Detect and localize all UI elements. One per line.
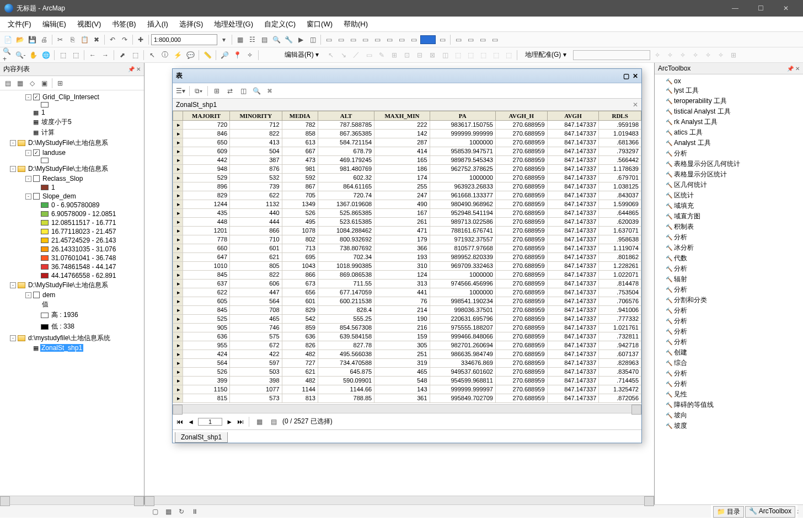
goto-xy-icon[interactable]: ✧: [244, 50, 255, 61]
cell[interactable]: 270.688959: [495, 130, 547, 138]
cell[interactable]: 802: [282, 235, 318, 244]
cell[interactable]: 1.022071: [599, 271, 641, 280]
column-header[interactable]: PA: [430, 111, 495, 121]
toc-node[interactable]: 16.77118023 - 21.457: [0, 227, 144, 236]
cell[interactable]: 270.688959: [495, 209, 547, 218]
cell[interactable]: 650: [183, 138, 230, 147]
toc-label[interactable]: 44.14766558 - 62.891: [50, 272, 117, 280]
cell[interactable]: 986635.984749: [430, 350, 495, 359]
toc-label[interactable]: 6.90578009 - 12.0851: [50, 210, 117, 218]
cell[interactable]: 847.147337: [547, 271, 599, 280]
dropdown-icon[interactable]: ▾: [218, 34, 229, 45]
cell[interactable]: 711.55: [318, 280, 374, 288]
cell[interactable]: 193: [374, 253, 430, 262]
cell[interactable]: 422: [230, 350, 282, 359]
cell[interactable]: 186: [374, 165, 430, 174]
search-icon[interactable]: 🔍: [271, 34, 282, 45]
misc-icon[interactable]: ▭: [453, 34, 464, 45]
toolbox-item[interactable]: 区几何统计: [656, 180, 802, 190]
cell[interactable]: 958539.947571: [430, 147, 495, 156]
table-grid[interactable]: MAJORITMINORITYMEDIAALTMAXH_MINPAAVGH_HA…: [173, 111, 641, 404]
cell[interactable]: 962752.378625: [430, 165, 495, 174]
cell[interactable]: 788.85: [318, 394, 374, 403]
editor-tb-icon[interactable]: ▦: [234, 34, 245, 45]
toc-label[interactable]: landuse: [41, 149, 67, 157]
toc-node[interactable]: -dem: [0, 291, 144, 299]
cell[interactable]: 847.147337: [547, 350, 599, 359]
cell[interactable]: 447: [230, 288, 282, 297]
misc-icon[interactable]: ▭: [372, 34, 383, 45]
cell[interactable]: 974566.456996: [430, 280, 495, 288]
row-header[interactable]: ▸: [173, 368, 183, 377]
full-extent-icon[interactable]: 🌐: [40, 50, 51, 61]
table-row[interactable]: ▸778710802800.932692179971932.37557270.6…: [173, 235, 641, 244]
map-area[interactable]: 表 ▢ ✕ ☰▾ ⧉▾ ⊞ ⇄ ◫ 🔍 ✖ ZonalSt_shp1 ✕: [144, 63, 654, 504]
toolbox-item[interactable]: 积制表: [656, 222, 802, 232]
cell[interactable]: 471: [374, 227, 430, 235]
cell[interactable]: 469.179245: [318, 156, 374, 165]
expand-icon[interactable]: -: [25, 150, 31, 156]
cell[interactable]: 656: [282, 288, 318, 297]
cell[interactable]: 720.74: [318, 191, 374, 200]
cell[interactable]: 270.688959: [495, 385, 547, 394]
cell[interactable]: 525.865385: [318, 209, 374, 218]
new-icon[interactable]: 📄: [2, 34, 13, 45]
cell[interactable]: 847.147337: [547, 280, 599, 288]
cell[interactable]: 575: [230, 332, 282, 341]
toc-node[interactable]: -D:\MyStudyFile\土地信息系: [0, 138, 144, 148]
cell[interactable]: 847.147337: [547, 253, 599, 262]
cell[interactable]: 645.875: [318, 368, 374, 377]
toolbox-item[interactable]: 坡度: [656, 421, 802, 431]
options-icon[interactable]: ⊞: [55, 78, 66, 89]
zoom-out-icon[interactable]: 🔍-: [15, 50, 26, 61]
cell[interactable]: 442: [183, 156, 230, 165]
cell[interactable]: 847.147337: [547, 147, 599, 156]
cell[interactable]: 847.147337: [547, 385, 599, 394]
back-icon[interactable]: ←: [87, 50, 98, 61]
cell[interactable]: .801862: [599, 253, 641, 262]
expand-icon[interactable]: -: [10, 166, 16, 172]
cell[interactable]: 1201: [183, 227, 230, 235]
cell[interactable]: 602.32: [318, 174, 374, 182]
row-header[interactable]: ▸: [173, 147, 183, 156]
row-header[interactable]: ▸: [173, 235, 183, 244]
toc-label[interactable]: D:\MyStudyFile\土地信息系: [27, 138, 109, 148]
cell[interactable]: 673: [282, 280, 318, 288]
catalog-icon[interactable]: ▤: [259, 34, 270, 45]
toc-label[interactable]: 高 : 1936: [50, 310, 79, 320]
toc-node[interactable]: ▦1: [0, 108, 144, 117]
cell[interactable]: 800.932692: [318, 235, 374, 244]
cell[interactable]: 251: [374, 350, 430, 359]
menu-item[interactable]: 地理处理(G): [208, 17, 259, 31]
row-header[interactable]: ▸: [173, 315, 183, 324]
cell[interactable]: 387: [230, 156, 282, 165]
cell[interactable]: 270.688959: [495, 156, 547, 165]
identify-icon[interactable]: ⓘ: [159, 50, 170, 61]
cell[interactable]: 1010: [183, 262, 230, 271]
cell[interactable]: 270.688959: [495, 394, 547, 403]
cell[interactable]: 1.021761: [599, 324, 641, 332]
toolbox-item[interactable]: 表格显示分区几何统计: [656, 159, 802, 169]
list-by-selection-icon[interactable]: ▣: [39, 78, 50, 89]
cell[interactable]: 270.688959: [495, 182, 547, 191]
cell[interactable]: 473: [282, 156, 318, 165]
cell[interactable]: 805: [230, 262, 282, 271]
cell[interactable]: 847.147337: [547, 209, 599, 218]
fixed-zoomout-icon[interactable]: ⬚: [70, 50, 81, 61]
cell[interactable]: 847.147337: [547, 227, 599, 235]
misc-icon[interactable]: ▭: [347, 34, 358, 45]
table-options-icon[interactable]: ☰▾: [175, 85, 186, 96]
toolbox-item[interactable]: 分析: [656, 284, 802, 295]
cell[interactable]: 179: [374, 235, 430, 244]
expand-icon[interactable]: -: [10, 140, 16, 146]
cell[interactable]: 398: [230, 377, 282, 385]
cell[interactable]: 414: [374, 147, 430, 156]
expand-icon[interactable]: -: [10, 282, 16, 288]
map-hscroll[interactable]: [144, 496, 654, 504]
layout-view-icon[interactable]: ▦: [163, 506, 174, 517]
cell[interactable]: 441: [374, 288, 430, 297]
toolbox-item[interactable]: 分析: [656, 305, 802, 316]
toc-label[interactable]: 12.08511517 - 16.771: [50, 219, 117, 227]
toolbox-item[interactable]: 分析: [656, 232, 802, 243]
cell[interactable]: 159: [374, 332, 430, 341]
